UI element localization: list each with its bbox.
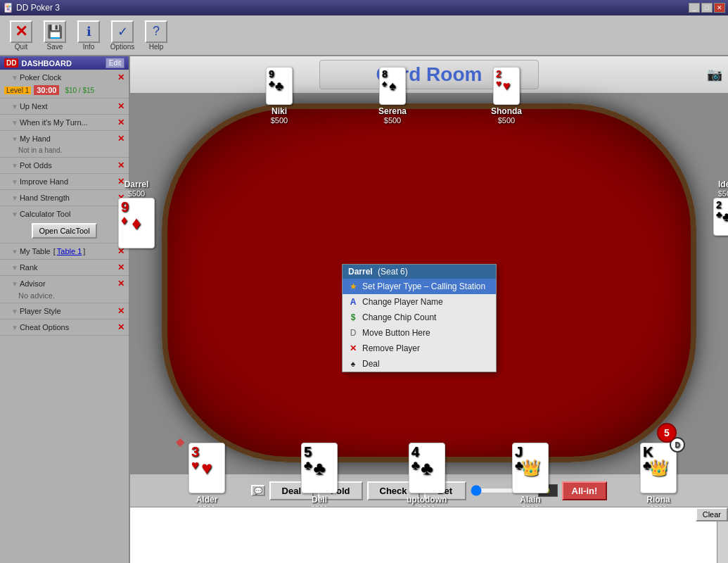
up-next-section: ▼ Up Next ✕ (0, 99, 129, 115)
cheat-options-close[interactable]: ✕ (117, 322, 124, 332)
level-badge: Level 1 (4, 87, 31, 94)
header-strip: Card Room 📷 (130, 56, 728, 93)
context-move-button[interactable]: D Move Button Here (343, 325, 496, 341)
app-title: DD Poker 3 (16, 3, 60, 13)
camera-icon[interactable]: 📷 (707, 67, 722, 82)
options-icon: ✓ (111, 20, 134, 43)
rank-close[interactable]: ✕ (117, 262, 124, 272)
save-button[interactable]: 💾 Save (39, 20, 70, 51)
serena-chips: $500 (384, 116, 401, 125)
pot-odds-section: ▼ Pot Odds ✕ (0, 158, 129, 174)
my-hand-label: My Hand (20, 134, 51, 143)
change-name-icon: A (348, 297, 358, 307)
timer-badge: 30:00 (34, 85, 59, 95)
clear-button[interactable]: Clear (696, 507, 728, 521)
riona-name: Riona (646, 495, 670, 505)
blind-info: $10 / $15 (65, 87, 94, 94)
minimize-button[interactable]: _ (689, 3, 700, 13)
info-icon: ℹ (77, 20, 100, 43)
darrel-cards: 9 ♦ ♦ (118, 198, 155, 248)
my-hand-value: Not in a hand. (0, 145, 129, 156)
remove-player-icon: ✕ (348, 343, 358, 353)
shonda-name: Shonda (491, 106, 522, 116)
change-chips-icon: $ (348, 312, 358, 322)
alder-name: Alder (196, 495, 218, 505)
pot-odds-close[interactable]: ✕ (117, 160, 124, 170)
player-riona[interactable]: K ♣ 👑 D Riona $500 (640, 443, 677, 513)
player-dell[interactable]: 5 ♣ ♣ Dell $500 (301, 443, 338, 513)
deal-icon: ♠ (348, 359, 358, 369)
main-layout: DD DASHBOARD Edit ▼ Poker Clock ✕ Level … (0, 56, 728, 563)
sidebar-item-calc-tool: ▼ Calculator Tool ✕ (0, 208, 129, 220)
idell-chips: $500 (718, 189, 728, 198)
title-bar-title: 🃏 DD Poker 3 (3, 3, 60, 13)
up-next-close[interactable]: ✕ (117, 101, 124, 111)
darrel-name: Darrel (124, 179, 149, 189)
toolbar: ✕ Quit 💾 Save ℹ Info ✓ Options ? Help (0, 15, 728, 56)
player-serena[interactable]: 8 ♠ ♠ Serena $500 (378, 67, 407, 125)
quit-icon: ✕ (10, 20, 32, 43)
player-idell[interactable]: Idell $500 2 ♣ ♣ (713, 179, 728, 237)
calc-tool-label: Calculator Tool (20, 210, 71, 218)
dell-card-1: 5 ♣ ♣ (301, 443, 338, 493)
allin-button[interactable]: All-in! (562, 481, 608, 500)
player-style-section: ▼ Player Style ✕ (0, 303, 129, 320)
niki-name: Niki (272, 106, 287, 116)
my-hand-close[interactable]: ✕ (117, 134, 124, 144)
app-icon: 🃏 (3, 3, 13, 13)
advisor-section: ▼ Advisor ✕ No advice. (0, 276, 129, 303)
options-button[interactable]: ✓ Options (107, 20, 138, 51)
niki-cards: 9 ♣ ♣ (266, 67, 293, 105)
quit-label: Quit (15, 43, 27, 51)
player-darrel[interactable]: Darrel $500 9 ♦ ♦ (118, 179, 155, 250)
context-change-name[interactable]: A Change Player Name (343, 294, 496, 310)
sidebar-item-my-table: ▼ My Table [Table 1] ✕ (0, 245, 129, 258)
player-alder[interactable]: 3 ♥ ♥ Alder $500 (189, 443, 225, 513)
context-deal[interactable]: ♠ Deal (343, 356, 496, 372)
hand-strength-section: ▼ Hand Strength ✕ (0, 190, 129, 206)
save-icon: 💾 (44, 20, 66, 43)
cheat-options-label: Cheat Options (20, 323, 69, 331)
help-button[interactable]: ? Help (141, 20, 172, 51)
darrel-card-1: 9 ♦ ♦ (118, 198, 155, 248)
context-set-player-type[interactable]: ★ Set Player Type – Calling Station (343, 279, 496, 294)
poker-clock-row: Level 1 30:00 $10 / $15 (0, 84, 129, 96)
riona-card-1: K ♣ 👑 (640, 443, 677, 493)
sidebar-item-advisor: ▼ Advisor ✕ (0, 277, 129, 290)
uptodown-name: uptodown (407, 495, 447, 505)
sidebar-item-my-hand: ▼ My Hand ✕ (0, 132, 129, 145)
dell-cards: 5 ♣ ♣ (301, 443, 338, 493)
info-button[interactable]: ℹ Info (73, 20, 104, 51)
context-change-chips[interactable]: $ Change Chip Count (343, 310, 496, 325)
move-button-icon: D (348, 328, 358, 338)
open-calctool-button[interactable]: Open CalcTool (32, 223, 96, 239)
player-style-close[interactable]: ✕ (117, 306, 124, 316)
player-uptodown[interactable]: 4 ♣ ♣ uptodown $500 (407, 443, 447, 513)
pot-odds-label: Pot Odds (20, 161, 52, 170)
chat-icon[interactable]: 💬 (251, 485, 265, 496)
alder-cards: 3 ♥ ♥ (189, 443, 225, 493)
table-felt[interactable]: 9 ♣ ♣ Niki $500 8 ♠ ♠ (162, 103, 696, 462)
context-menu-title: Darrel (Seat 6) (343, 265, 496, 279)
poker-clock-close[interactable]: ✕ (117, 72, 124, 82)
player-niki[interactable]: 9 ♣ ♣ Niki $500 (266, 67, 293, 125)
when-my-turn-close[interactable]: ✕ (117, 118, 124, 127)
advisor-close[interactable]: ✕ (117, 279, 124, 289)
rank-label: Rank (20, 263, 38, 272)
my-table-link[interactable]: Table 1 (57, 247, 82, 255)
player-shonda[interactable]: 2 ♥ ♥ Shonda $500 (491, 67, 522, 125)
alain-card-1: J ♣ 👑 (512, 443, 549, 493)
idell-cards: 2 ♣ ♣ (713, 198, 728, 236)
quit-button[interactable]: ✕ Quit (6, 20, 37, 51)
maximize-button[interactable]: □ (701, 3, 713, 13)
when-my-turn-label: When it's My Turn... (20, 118, 88, 127)
edit-button[interactable]: Edit (106, 58, 124, 68)
dashboard-title: DASHBOARD (21, 59, 72, 68)
player-alain[interactable]: J ♣ 👑 Alain $500 (512, 443, 549, 513)
close-button[interactable]: ✕ (714, 3, 725, 13)
hand-strength-label: Hand Strength (20, 194, 70, 202)
options-label: Options (110, 43, 134, 51)
context-remove-player[interactable]: ✕ Remove Player (343, 341, 496, 356)
log-area: Clear (130, 507, 728, 563)
alain-name: Alain (520, 495, 540, 505)
